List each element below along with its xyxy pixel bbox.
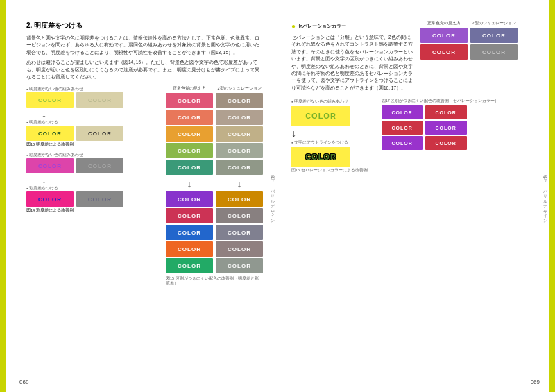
row2-sim: COLOR (216, 110, 263, 125)
side-text-right: 色のユニバーサルデザイン (542, 172, 548, 221)
fig16-label: 図16 セパレーションカラーによる改善例 (291, 168, 368, 173)
sep-row2-normal: COLOR (420, 44, 468, 60)
fig13-before-normal: COLOR (26, 92, 74, 108)
row1-sim: COLOR (216, 93, 263, 108)
left-accent-bar (0, 0, 6, 392)
row3-sim: COLOR (216, 126, 263, 142)
fig13-after-sim: COLOR (76, 126, 123, 141)
fig16-dot-label-1: 明度差がない色の組みあわせ (291, 99, 348, 104)
row5-normal: COLOR (166, 160, 213, 175)
fig16-arrow: ↓ (291, 128, 296, 138)
fig17-r3c2: COLOR (425, 136, 467, 150)
fig15-r1c1: COLOR (166, 191, 213, 207)
fig15-r4c2: COLOR (216, 241, 263, 257)
section-title-right: セパレーションカラー (298, 22, 346, 30)
fig17-r2c2: COLOR (425, 121, 467, 135)
fig13-arrow: ↓ (42, 109, 159, 119)
row1-normal: COLOR (166, 93, 213, 108)
fig15-r5c1: COLOR (166, 258, 213, 273)
main-arrow-1: ↓ (166, 178, 213, 189)
fig13-dot-label-2: 明度差をつける (26, 120, 159, 125)
sep-row1-normal: COLOR (420, 28, 468, 43)
col2-header-right: 2型のシミュレーション (470, 21, 518, 26)
fig17-r1c2: COLOR (425, 105, 467, 119)
fig15-r2c1: COLOR (166, 208, 213, 223)
body-text-left-2: あわせは避けることが望ましいといえます（図14, 15）。ただし、背景色と図や文… (26, 59, 263, 80)
bullet-icon: ● (291, 21, 296, 32)
sep-row1-sim: COLOR (470, 28, 518, 43)
fig13-after-normal: COLOR (26, 126, 74, 141)
fig13-dot-label-1: 明度差がない色の組みあわせ (26, 87, 159, 92)
fig13-area: 明度差がない色の組みあわせ COLOR COLOR ↓ 明度差をつける COLO (26, 87, 159, 147)
fig15-r5c2: COLOR (216, 258, 263, 273)
fig15-r3c2: COLOR (216, 225, 263, 240)
fig15-r4c1: COLOR (166, 241, 213, 257)
fig14-after-normal: COLOR (26, 191, 74, 207)
body-text-right: セパレーションとは「分離」という意味で、2色の間にそれぞれ異なる色を入れてコント… (291, 34, 413, 92)
side-text-left: 色のユニバーサルデザイン (269, 172, 275, 221)
fig17-label: 図17 区別がつきにくい配色の改善例（セパレーションカラー） (382, 99, 531, 103)
fig14-label: 図14 彩度差による改善例 (26, 208, 159, 213)
col1-header-right: 正常色覚の見え方 (420, 21, 468, 26)
row4-normal: COLOR (166, 143, 213, 158)
fig15-r1c2: COLOR (216, 191, 263, 207)
fig17-r3c1: COLOR (382, 136, 423, 150)
right-accent-bar (549, 0, 555, 392)
body-text-left-1: 背景色と図や文字の色に明度差をつけることは、情報伝達性を高める方法として、正常色… (26, 35, 263, 56)
sep-row2-sim: COLOR (470, 44, 518, 60)
section-title-left: 2. 明度差をつける (26, 21, 263, 31)
main-arrow-2: ↓ (216, 178, 263, 189)
fig14-dot-label-2: 彩度差をつける (26, 186, 159, 191)
fig16-area: 明度差がない色の組みあわせ COLOR ↓ 文字にアウトラインをつける COLO… (291, 99, 531, 173)
page-num-left: 068 (19, 379, 28, 385)
fig16-after-box: COLOR (291, 147, 350, 167)
fig15-label: 図15 区別がつきにくい配色の改善例（明度差と彩度差） (166, 276, 263, 286)
fig13-label: 図13 明度差による改善例 (26, 142, 159, 147)
row5-sim: COLOR (216, 160, 263, 175)
fig17-r1c1: COLOR (382, 105, 423, 119)
fig17-r2c1: COLOR (382, 121, 423, 135)
fig15-r2c2: COLOR (216, 208, 263, 223)
fig13-before-sim: COLOR (76, 92, 123, 108)
fig16-before-box: COLOR (291, 106, 350, 126)
page-num-right: 069 (531, 379, 540, 385)
fig15-r3c1: COLOR (166, 225, 213, 240)
fig14-dot-label-1: 彩度差がない色の組みあわせ (26, 153, 159, 157)
row2-normal: COLOR (166, 110, 213, 125)
row3-normal: COLOR (166, 126, 213, 142)
col1-header-left: 正常色覚の見え方 (166, 86, 213, 91)
right-page: ● セパレーションカラー セパレーションとは「分離」という意味で、2色の間にそれ… (278, 0, 555, 392)
fig14-area: 彩度差がない色の組みあわせ COLOR COLOR ↓ 彩度差をつける COLO (26, 153, 159, 213)
col2-header-left: 2型のシミュレーション (216, 86, 263, 91)
fig14-after-sim: COLOR (76, 191, 123, 207)
left-page: 2. 明度差をつける 背景色と図や文字の色に明度差をつけることは、情報伝達性を高… (0, 0, 278, 392)
fig14-before-sim: COLOR (76, 158, 123, 173)
fig16-dot-label-2: 文字にアウトラインをつける (291, 140, 348, 145)
row4-sim: COLOR (216, 143, 263, 158)
fig14-arrow: ↓ (42, 175, 159, 185)
fig14-before-normal: COLOR (26, 158, 74, 173)
